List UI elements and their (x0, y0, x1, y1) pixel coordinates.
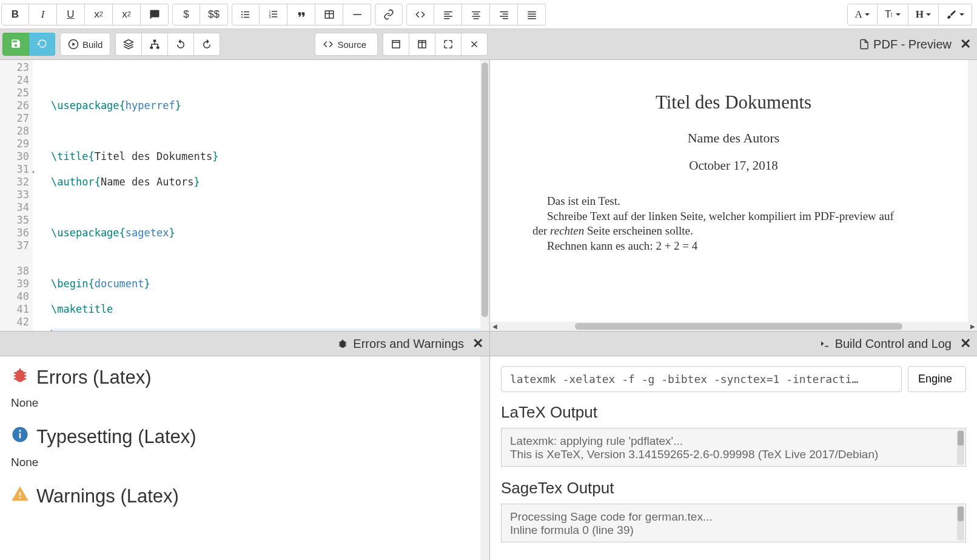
code-editor[interactable]: \usepackage{hyperref} \title{Titel des D… (33, 60, 489, 331)
split-vertical-button[interactable] (383, 33, 409, 56)
list-ol-icon: 123 (268, 9, 279, 20)
svg-rect-29 (528, 13, 536, 15)
align-center-button[interactable] (462, 4, 490, 25)
expand-icon (443, 39, 454, 50)
split-columns-button[interactable] (409, 33, 435, 56)
ordered-list-button[interactable]: 123 (260, 4, 287, 25)
font-dropdown[interactable]: A (847, 4, 878, 25)
sitemap-button[interactable] (142, 33, 168, 56)
comment-button[interactable] (141, 4, 169, 25)
build-command-input[interactable]: latexmk -xelatex -f -g -bibtex -synctex=… (501, 366, 902, 392)
sagetex-output-scrollbar[interactable] (957, 505, 964, 541)
code-icon (323, 39, 334, 50)
typesetting-heading: Typesetting (Latex) (11, 425, 478, 448)
scroll-left-icon[interactable]: ◀ (490, 322, 499, 331)
svg-rect-7 (272, 11, 277, 12)
save-button[interactable] (2, 33, 29, 56)
svg-rect-11 (272, 16, 277, 18)
align-right-button[interactable] (490, 4, 518, 25)
svg-rect-43 (19, 433, 21, 439)
math-inline-button[interactable]: $ (172, 4, 200, 25)
align-left-button[interactable] (434, 4, 462, 25)
preview-hscroll[interactable]: ◀ ▶ (490, 322, 977, 331)
line-gutter: 23 24 25 26 27 28 29 30 31 32 33 34 35 3… (0, 60, 33, 331)
pdf-preview-label: PDF - Preview (859, 38, 952, 52)
svg-point-2 (241, 13, 243, 15)
link-icon (383, 9, 394, 20)
history-button[interactable] (29, 33, 55, 56)
math-display-button[interactable]: $$ (200, 4, 228, 25)
layers-button[interactable] (115, 33, 142, 56)
svg-rect-27 (502, 18, 508, 19)
quote-icon (296, 9, 307, 20)
errors-pane: Errors and Warnings ✕ Errors (Latex) Non… (0, 331, 490, 560)
formatting-toolbar: B I U x2 x2 $ $$ 123 (0, 0, 977, 29)
italic-button[interactable]: I (29, 4, 57, 25)
latex-output-heading: LaTeX Output (501, 403, 966, 422)
pdf-p2a: Schreibe Text auf der linken Seite, welc… (532, 209, 935, 224)
sagetex-output-heading: SageTex Output (501, 479, 966, 498)
warning-icon (11, 485, 29, 503)
play-icon (68, 39, 79, 50)
svg-rect-16 (444, 11, 452, 12)
pdf-author: Name des Autors (532, 130, 935, 146)
svg-rect-28 (528, 11, 536, 12)
pdf-date: October 17, 2018 (532, 158, 935, 173)
errors-scrollbar[interactable] (480, 356, 489, 560)
svg-rect-31 (528, 18, 536, 19)
horizontal-rule-button[interactable] (343, 4, 371, 25)
columns-icon (417, 39, 428, 50)
code-button[interactable] (406, 4, 434, 25)
bug-icon (11, 366, 29, 384)
close-editor-button[interactable] (462, 33, 488, 56)
fullscreen-button[interactable] (435, 33, 462, 56)
close-icon (469, 39, 480, 50)
svg-rect-17 (444, 13, 449, 15)
latex-output-scrollbar[interactable] (957, 430, 964, 465)
scroll-right-icon[interactable]: ▶ (968, 322, 977, 331)
align-center-icon (471, 9, 482, 20)
textsize-dropdown[interactable]: T↕ (878, 4, 908, 25)
pdf-title: Titel des Dokuments (532, 92, 935, 113)
subscript-button[interactable]: x2 (85, 4, 113, 25)
heading-dropdown[interactable]: H (908, 4, 939, 25)
unordered-list-button[interactable] (232, 4, 260, 25)
source-dropdown[interactable]: Source (315, 33, 378, 56)
errors-none: None (11, 396, 478, 410)
link-button[interactable] (375, 4, 403, 25)
table-button[interactable] (315, 4, 343, 25)
close-build-button[interactable]: ✕ (960, 336, 971, 352)
quote-button[interactable] (287, 4, 315, 25)
brush-icon (946, 9, 957, 20)
svg-rect-21 (473, 13, 478, 15)
svg-point-4 (241, 16, 243, 18)
bold-button[interactable]: B (1, 4, 29, 25)
file-pdf-icon (859, 39, 870, 50)
errors-heading: Errors (Latex) (11, 366, 478, 389)
redo-button[interactable] (194, 33, 220, 56)
bug-icon (337, 338, 348, 349)
layers-icon (123, 39, 134, 50)
svg-point-44 (19, 430, 21, 432)
svg-rect-25 (502, 13, 508, 15)
sagetex-output[interactable]: Processing Sage code for german.tex... I… (501, 504, 966, 542)
undo-icon (175, 39, 186, 50)
align-justify-button[interactable] (518, 4, 546, 25)
underline-button[interactable]: U (57, 4, 85, 25)
build-header: Build Control and Log ✕ (490, 331, 977, 356)
code-icon (415, 9, 426, 20)
close-errors-button[interactable]: ✕ (472, 336, 483, 352)
close-preview-button[interactable]: ✕ (960, 36, 971, 52)
preview-vscroll[interactable] (968, 60, 977, 322)
engine-dropdown[interactable]: Engine (908, 366, 966, 392)
typesetting-none: None (11, 456, 478, 469)
info-icon (11, 425, 29, 444)
editor-scrollbar[interactable] (480, 60, 489, 331)
highlight-dropdown[interactable] (939, 4, 972, 25)
pdf-p2b: der rechten Seite erscheinen sollte. (532, 224, 935, 239)
superscript-button[interactable]: x2 (113, 4, 141, 25)
latex-output[interactable]: Latexmk: applying rule 'pdflatex'... Thi… (501, 428, 966, 467)
save-icon (10, 38, 21, 49)
build-button[interactable]: Build (60, 33, 110, 56)
undo-button[interactable] (168, 33, 194, 56)
